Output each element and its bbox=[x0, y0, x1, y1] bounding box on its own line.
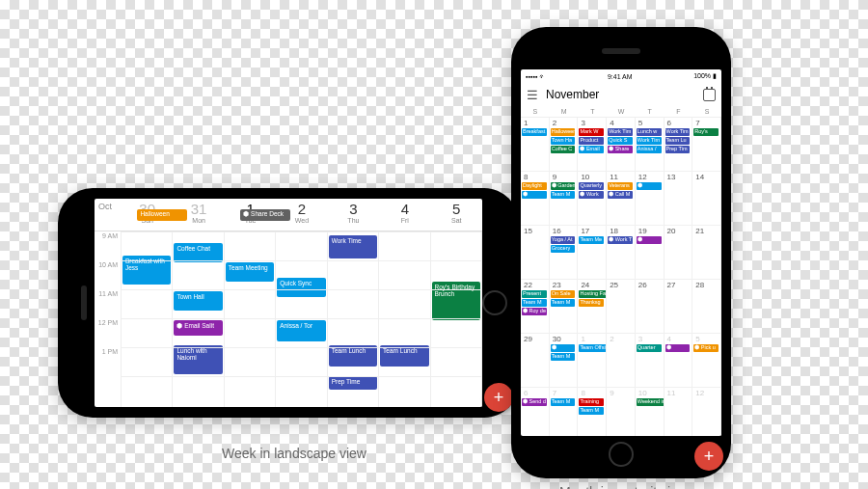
event-chip[interactable]: ⬢ Work bbox=[579, 191, 604, 199]
month-day-cell[interactable]: 18⬢ Work T bbox=[607, 226, 636, 280]
event-chip[interactable]: Veterans bbox=[608, 182, 633, 190]
month-title[interactable]: November bbox=[546, 88, 695, 101]
event-chip[interactable]: Team M bbox=[579, 407, 604, 415]
month-day-cell[interactable]: 27 bbox=[665, 280, 693, 334]
month-day-cell[interactable]: 5Lunch wWork TimAnissa / bbox=[636, 118, 665, 172]
month-day-cell[interactable]: 11 bbox=[665, 388, 693, 436]
event-chip[interactable]: Hosting Family for Thanksgiving bbox=[579, 290, 607, 298]
event-chip[interactable]: Yoga / At bbox=[551, 236, 576, 244]
allday-event[interactable]: ⬢ Share Deck bbox=[240, 209, 289, 221]
event-chip[interactable]: ⬢ bbox=[665, 344, 691, 352]
calendar-event[interactable]: Team Lunch bbox=[329, 345, 377, 367]
event-chip[interactable]: Work Tim bbox=[665, 128, 691, 136]
month-day-cell[interactable]: 2HalloweenTown HaCoffee C bbox=[550, 118, 579, 172]
day-column[interactable]: Coffee ChatTown Hall⬢ Email SalitLunch w… bbox=[173, 231, 224, 407]
event-chip[interactable]: Team Offsite bbox=[579, 344, 607, 352]
event-chip[interactable]: On Sale bbox=[551, 290, 576, 298]
calendar-event[interactable]: Work Time bbox=[329, 235, 377, 258]
month-day-cell[interactable]: 12⬢ bbox=[636, 172, 665, 226]
month-day-cell[interactable]: 30⬢Team M bbox=[550, 334, 579, 388]
event-chip[interactable]: Mark W bbox=[579, 128, 604, 136]
event-chip[interactable]: Grocery bbox=[551, 245, 576, 253]
event-chip[interactable]: ⬢ bbox=[522, 191, 547, 199]
event-chip[interactable]: Quick S bbox=[608, 137, 633, 145]
allday-event[interactable]: Halloween bbox=[137, 209, 186, 221]
month-grid[interactable]: 1Breakfast2HalloweenTown HaCoffee C3Mark… bbox=[521, 118, 721, 436]
event-chip[interactable]: ⬢ bbox=[637, 182, 662, 190]
calendar-event[interactable]: Roy's Birthday Brunch bbox=[432, 282, 480, 320]
month-day-cell[interactable]: 26 bbox=[636, 280, 665, 334]
weekday-header[interactable]: 4Fri bbox=[379, 199, 430, 231]
event-chip[interactable]: ⬢ Roy de bbox=[522, 308, 547, 315]
phone-home-button[interactable] bbox=[609, 442, 634, 467]
event-chip[interactable]: Roy's bbox=[693, 128, 719, 136]
event-chip[interactable]: Breakfast bbox=[522, 128, 547, 136]
event-chip[interactable]: Weekend in bbox=[637, 398, 665, 406]
month-day-cell[interactable]: 16Yoga / AtGrocery bbox=[550, 226, 579, 280]
event-chip[interactable]: Team M bbox=[551, 353, 576, 361]
calendar-event[interactable]: Town Hall bbox=[174, 291, 222, 311]
month-day-cell[interactable]: 24Hosting Family for ThanksgivingThanksg bbox=[578, 280, 607, 334]
month-day-cell[interactable]: 29 bbox=[521, 334, 550, 388]
day-column[interactable]: Team Lunch bbox=[379, 231, 430, 407]
event-chip[interactable]: Product bbox=[579, 137, 604, 145]
month-day-cell[interactable]: 19⬢ bbox=[636, 226, 665, 280]
calendar-event[interactable]: Prep Time bbox=[329, 376, 377, 390]
event-chip[interactable]: Daylight bbox=[522, 182, 547, 190]
month-day-cell[interactable]: 10Weekend in bbox=[636, 388, 665, 436]
month-day-cell[interactable]: 8Daylight⬢ bbox=[521, 172, 550, 226]
event-chip[interactable]: Work Tim bbox=[637, 137, 662, 145]
week-body[interactable]: 9 AM10 AM11 AM12 PM1 PM Breakfast with J… bbox=[95, 231, 482, 407]
event-chip[interactable]: Team M bbox=[522, 299, 547, 307]
month-day-cell[interactable]: 12 bbox=[692, 388, 721, 436]
calendar-event[interactable]: Quick Sync bbox=[277, 278, 325, 297]
calendar-event[interactable]: Coffee Chat bbox=[174, 243, 222, 262]
event-chip[interactable]: Anissa / bbox=[637, 146, 662, 153]
month-day-cell[interactable]: 15 bbox=[521, 226, 550, 280]
month-day-cell[interactable]: 22PresentTeam M⬢ Roy de bbox=[521, 280, 550, 334]
calendar-event[interactable]: Team Meeting bbox=[226, 262, 274, 282]
day-column[interactable]: Roy's Birthday Brunch bbox=[431, 231, 482, 407]
calendar-event[interactable]: ⬢ Email Salit bbox=[174, 320, 222, 336]
month-day-cell[interactable]: 9 bbox=[607, 388, 636, 436]
event-chip[interactable]: Team M bbox=[551, 191, 576, 199]
phone-home-button[interactable] bbox=[482, 290, 507, 315]
month-day-cell[interactable]: 7Team M bbox=[550, 388, 579, 436]
event-chip[interactable]: ⬢ bbox=[551, 344, 576, 352]
event-chip[interactable]: ⬢ bbox=[637, 236, 662, 244]
month-day-cell[interactable]: 25 bbox=[607, 280, 636, 334]
month-day-cell[interactable]: 1Breakfast bbox=[521, 118, 550, 172]
event-chip[interactable]: Work Tim bbox=[608, 128, 633, 136]
event-chip[interactable]: Team Lu bbox=[665, 137, 691, 145]
month-day-cell[interactable]: 4Work TimQuick S⬢ Share bbox=[607, 118, 636, 172]
day-column[interactable]: Work TimeTeam LunchPrep Time bbox=[328, 231, 379, 407]
month-day-cell[interactable]: 6Work TimTeam LuPrep Tim bbox=[665, 118, 693, 172]
event-chip[interactable]: ⬢ Email bbox=[579, 146, 604, 153]
day-column[interactable]: Team Meeting bbox=[225, 231, 276, 407]
weekday-header[interactable]: 5Sat bbox=[431, 199, 482, 231]
event-chip[interactable]: ⬢ Send d bbox=[522, 398, 547, 406]
event-chip[interactable]: Team M bbox=[551, 299, 576, 307]
event-chip[interactable]: Present bbox=[522, 290, 547, 298]
event-chip[interactable]: Town Ha bbox=[551, 137, 576, 145]
month-day-cell[interactable]: 7Roy's bbox=[692, 118, 721, 172]
event-chip[interactable]: ⬢ Call M bbox=[608, 191, 633, 199]
event-chip[interactable]: ⬢ Share bbox=[608, 146, 633, 153]
calendar-event[interactable]: Team Lunch bbox=[380, 345, 428, 367]
day-column[interactable]: Quick SyncAnissa / Tor bbox=[276, 231, 327, 407]
month-day-cell[interactable]: 14 bbox=[692, 172, 721, 226]
event-chip[interactable]: Training bbox=[579, 398, 604, 406]
month-day-cell[interactable]: 2 bbox=[607, 334, 636, 388]
event-chip[interactable]: Team M bbox=[551, 398, 576, 406]
weekday-header[interactable]: 3Thu bbox=[328, 199, 379, 231]
month-day-cell[interactable]: 20 bbox=[665, 226, 693, 280]
event-chip[interactable]: Thanksg bbox=[579, 299, 604, 307]
month-day-cell[interactable]: 13 bbox=[665, 172, 693, 226]
event-chip[interactable]: ⬢ Work T bbox=[608, 236, 633, 244]
month-day-cell[interactable]: 11Veterans⬢ Call M bbox=[607, 172, 636, 226]
calendar-event[interactable]: Lunch with Naiomi bbox=[174, 345, 222, 374]
month-day-cell[interactable]: 4⬢ bbox=[665, 334, 693, 388]
event-chip[interactable]: ⬢ Garden bbox=[551, 182, 576, 190]
month-day-cell[interactable]: 23On SaleTeam M bbox=[550, 280, 579, 334]
event-chip[interactable]: Coffee C bbox=[551, 146, 576, 153]
